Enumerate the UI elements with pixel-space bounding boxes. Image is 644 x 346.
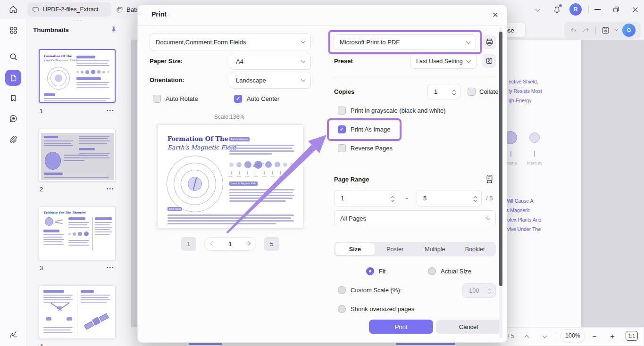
- zoom-level-pill[interactable]: 100%: [560, 329, 585, 342]
- thumbnail-3-menu[interactable]: •••: [107, 265, 115, 270]
- next-page-button[interactable]: [539, 331, 550, 342]
- actual-size-radio[interactable]: [428, 267, 436, 275]
- save-chevron-icon[interactable]: [614, 28, 618, 31]
- undo-button[interactable]: [569, 26, 577, 34]
- tab-size-label: Size: [349, 246, 361, 253]
- ai-assistant-button[interactable]: [622, 24, 636, 37]
- pages-subset-value: All Pages: [340, 215, 366, 222]
- print-as-image-checkbox[interactable]: ✓: [338, 125, 346, 133]
- thumbnail-page-1[interactable]: Formation Of The Earth's Magnetic Field: [39, 49, 116, 103]
- thumbnail-page-4[interactable]: [39, 285, 116, 339]
- collate-row: Collate: [468, 88, 498, 96]
- grayscale-checkbox[interactable]: [338, 107, 346, 115]
- thumbnails-panel-button[interactable]: [5, 70, 21, 86]
- cancel-button[interactable]: Cancel: [436, 320, 501, 334]
- preview-badge-loses-field: Loses Its Magnetic Field: [229, 181, 258, 186]
- handling-tabs: Size Poster Multiple Booklet: [334, 242, 496, 256]
- last-page-button[interactable]: 5: [264, 237, 279, 251]
- chevron-up-icon: [524, 335, 529, 340]
- previous-page-button[interactable]: [521, 331, 532, 342]
- comments-button[interactable]: [7, 112, 20, 125]
- save-preset-button[interactable]: [483, 54, 496, 68]
- tab-size[interactable]: Size: [335, 243, 375, 255]
- actual-size-button[interactable]: 1:1: [626, 331, 638, 341]
- first-page-button[interactable]: 1: [181, 237, 196, 251]
- tab-poster[interactable]: Poster: [376, 243, 415, 255]
- chevron-down-icon: [467, 58, 471, 63]
- chevron-down-icon: [486, 215, 491, 220]
- previous-preview-page-button[interactable]: [210, 241, 215, 246]
- range-from-stepper[interactable]: 1: [334, 190, 399, 206]
- next-preview-page-button[interactable]: [246, 241, 251, 246]
- home-button[interactable]: [7, 3, 20, 16]
- collate-checkbox[interactable]: [468, 88, 476, 96]
- doc-fragment: ective Shield,: [509, 79, 538, 84]
- print-as-image-row: ✓ Print As Image: [338, 125, 391, 133]
- pin-panel-button[interactable]: [108, 24, 120, 36]
- printer-dropdown[interactable]: Microsoft Print to PDF: [334, 34, 476, 50]
- tab-booklet[interactable]: Booklet: [455, 243, 494, 255]
- decrement-icon[interactable]: [474, 198, 477, 202]
- orientation-dropdown[interactable]: Landscape: [230, 72, 311, 89]
- custom-scale-value: 100: [469, 287, 479, 294]
- thumb3-title: Evidence For The Theories: [43, 211, 85, 214]
- printer-properties-button[interactable]: [483, 35, 496, 49]
- thumbnail-page-3[interactable]: Evidence For The Theories: [39, 206, 116, 260]
- redo-button[interactable]: [582, 26, 590, 34]
- preset-dropdown[interactable]: Last Used Setting: [410, 53, 477, 69]
- avatar[interactable]: R: [569, 3, 582, 16]
- attachments-button[interactable]: [7, 133, 20, 146]
- avatar-initial: R: [574, 6, 578, 13]
- pages-subset-dropdown[interactable]: All Pages: [334, 210, 496, 226]
- reverse-pages-checkbox[interactable]: [338, 144, 346, 152]
- paperclip-icon: [9, 135, 17, 144]
- print-button[interactable]: Print: [369, 320, 433, 334]
- tab-multiple[interactable]: Multiple: [416, 243, 455, 255]
- panel-drag-handle[interactable]: ···: [73, 17, 83, 24]
- restore-button[interactable]: [611, 4, 622, 15]
- decrement-icon[interactable]: [452, 92, 456, 95]
- thumb1-badge: [44, 93, 55, 96]
- thumbnail-page-2[interactable]: [39, 129, 116, 181]
- auto-center-label: Auto Center: [247, 95, 279, 102]
- auto-center-checkbox[interactable]: ✓: [234, 95, 242, 103]
- tab-chevron-button[interactable]: [532, 5, 543, 15]
- bookmarks-button[interactable]: [7, 91, 20, 105]
- paper-size-dropdown[interactable]: A4: [230, 53, 311, 70]
- thumbnail-2-menu[interactable]: •••: [107, 186, 115, 191]
- zoom-in-button[interactable]: +: [607, 331, 618, 342]
- reverse-pages-row: Reverse Pages: [338, 144, 393, 152]
- dialog-close-button[interactable]: ×: [489, 8, 502, 21]
- range-to-stepper[interactable]: 5: [417, 190, 482, 206]
- thumb1-planets: [76, 70, 109, 74]
- custom-scale-stepper[interactable]: 100: [462, 283, 496, 298]
- preset-value: Last Used Setting: [416, 58, 463, 65]
- close-window-button[interactable]: [629, 4, 641, 15]
- print-content-dropdown[interactable]: Document,Comment,Form Fields: [150, 33, 311, 50]
- minimize-icon: [594, 9, 601, 10]
- copies-stepper[interactable]: 1: [427, 84, 460, 99]
- dialog-scrollbar-thumb[interactable]: [499, 32, 502, 286]
- collate-label: Collate: [479, 88, 498, 95]
- page-navigator: 1: [204, 237, 256, 251]
- shrink-radio[interactable]: [338, 305, 346, 313]
- zoom-out-button[interactable]: −: [589, 331, 600, 342]
- print-preview-page: Formation Of The Earth's Magnetic Field …: [157, 124, 303, 228]
- actual-size-label: 1:1: [628, 333, 635, 338]
- updf-app-window: ective Shield, ly Resists Most gh-Energy…: [0, 0, 644, 346]
- grid-view-button[interactable]: [7, 24, 20, 37]
- signature-button[interactable]: [7, 328, 20, 341]
- notifications-button[interactable]: [550, 3, 563, 16]
- page-range-options-button[interactable]: [483, 173, 495, 185]
- thumbnail-1-menu[interactable]: •••: [107, 108, 115, 113]
- document-tab[interactable]: UPDF-2-files_Extract: [27, 2, 111, 16]
- search-button[interactable]: [7, 50, 20, 63]
- save-button[interactable]: [601, 26, 610, 35]
- auto-rotate-checkbox[interactable]: [153, 95, 161, 103]
- custom-scale-radio[interactable]: [338, 286, 346, 294]
- decrement-icon[interactable]: [391, 198, 394, 202]
- minimize-button[interactable]: [592, 4, 603, 15]
- fit-radio-row: Fit: [366, 267, 385, 275]
- fit-radio[interactable]: [366, 267, 374, 275]
- doc-planet-tick: [534, 151, 535, 157]
